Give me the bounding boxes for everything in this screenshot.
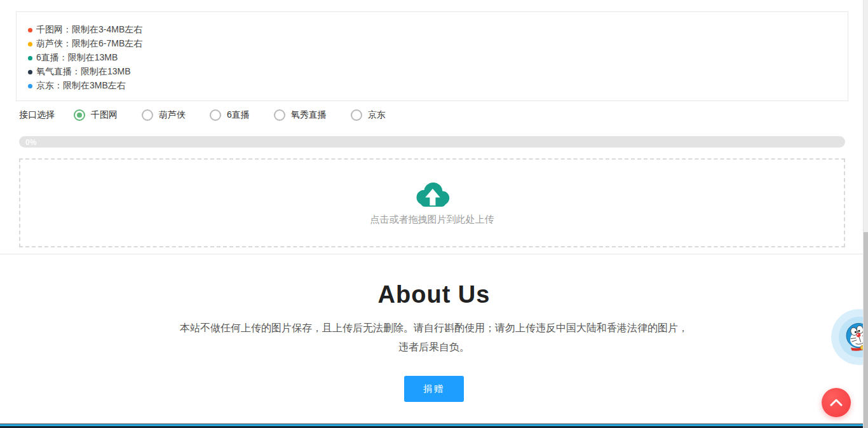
radio-option-label: 京东 [368, 109, 386, 121]
limit-item: 千图网：限制在3-4MB左右 [28, 23, 848, 37]
chevron-up-icon [830, 399, 843, 406]
radio-option[interactable]: 葫芦侠 [142, 109, 186, 121]
back-to-top-button[interactable] [822, 388, 851, 417]
radio-unselected-icon[interactable] [210, 109, 221, 121]
interface-selector: 接口选择 千图网葫芦侠6直播氧秀直播京东 [19, 106, 386, 125]
upload-progress-bar: 0% [19, 136, 845, 148]
about-section: About Us 本站不做任何上传的图片保存，且上传后无法删除。请自行斟酌使用；… [0, 254, 868, 402]
cloud-upload-icon [414, 180, 451, 208]
about-description: 本站不做任何上传的图片保存，且上传后无法删除。请自行斟酌使用；请勿上传违反中国大… [176, 319, 692, 357]
bullet-dot-icon [28, 28, 32, 32]
upload-hint: 点击或者拖拽图片到此处上传 [370, 214, 494, 226]
limit-item: 6直播：限制在13MB [28, 51, 848, 65]
radio-option-label: 6直播 [227, 109, 250, 121]
radio-option[interactable]: 京东 [351, 109, 386, 121]
scrollbar-track[interactable] [863, 0, 868, 428]
limit-item: 京东：限制在3MB左右 [28, 79, 848, 93]
radio-unselected-icon[interactable] [274, 109, 285, 121]
limit-text: 千图网：限制在3-4MB左右 [36, 24, 142, 36]
limit-text: 葫芦侠：限制在6-7MB左右 [36, 38, 142, 50]
radio-option[interactable]: 千图网 [74, 109, 118, 121]
limit-text: 京东：限制在3MB左右 [36, 80, 126, 92]
limit-item: 葫芦侠：限制在6-7MB左右 [28, 37, 848, 51]
limits-panel: 千图网：限制在3-4MB左右葫芦侠：限制在6-7MB左右6直播：限制在13MB氧… [16, 11, 848, 101]
radio-option[interactable]: 6直播 [210, 109, 250, 121]
limit-text: 氧气直播：限制在13MB [36, 66, 131, 78]
scrollbar-thumb[interactable] [864, 232, 868, 428]
progress-percent-label: 0% [19, 137, 36, 148]
bullet-dot-icon [28, 42, 32, 46]
radio-option-label: 氧秀直播 [291, 109, 327, 121]
upload-dropzone[interactable]: 点击或者拖拽图片到此处上传 [19, 158, 845, 247]
page: 千图网：限制在3-4MB左右葫芦侠：限制在6-7MB左右6直播：限制在13MB氧… [0, 0, 868, 428]
bullet-dot-icon [28, 70, 32, 74]
footer-bar [0, 424, 863, 428]
radio-unselected-icon[interactable] [142, 109, 153, 121]
bullet-dot-icon [28, 84, 32, 88]
radio-options: 千图网葫芦侠6直播氧秀直播京东 [74, 109, 386, 121]
about-title: About Us [0, 281, 868, 308]
bullet-dot-icon [28, 56, 32, 60]
radio-option[interactable]: 氧秀直播 [274, 109, 327, 121]
interface-selector-label: 接口选择 [19, 109, 55, 121]
radio-selected-icon[interactable] [74, 109, 85, 121]
donate-button[interactable]: 捐赠 [404, 376, 464, 402]
radio-option-label: 千图网 [91, 109, 118, 121]
limit-text: 6直播：限制在13MB [36, 52, 118, 64]
limits-list: 千图网：限制在3-4MB左右葫芦侠：限制在6-7MB左右6直播：限制在13MB氧… [17, 12, 848, 93]
radio-option-label: 葫芦侠 [159, 109, 186, 121]
radio-unselected-icon[interactable] [351, 109, 362, 121]
limit-item: 氧气直播：限制在13MB [28, 65, 848, 79]
